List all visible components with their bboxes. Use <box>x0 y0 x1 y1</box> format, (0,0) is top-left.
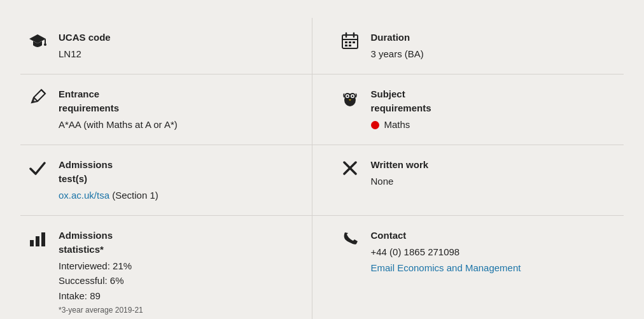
graduation-icon <box>25 31 50 53</box>
right-cell-2: Written workNone <box>312 145 624 215</box>
svg-rect-1 <box>45 39 46 44</box>
svg-rect-11 <box>349 45 351 46</box>
left-content-3: Admissions statistics*Interviewed: 21%Su… <box>59 229 143 315</box>
svg-rect-10 <box>345 45 347 46</box>
stat-line-2: Intake: 89 <box>59 289 143 304</box>
svg-rect-7 <box>345 41 347 43</box>
calendar-icon <box>338 31 362 52</box>
left-content-2: Admissions test(s)ox.ac.uk/tsa (Section … <box>59 158 158 202</box>
contact-phone: +44 (0) 1865 271098 <box>371 245 521 260</box>
right-content-0: Duration3 years (BA) <box>371 31 424 61</box>
left-cell-3: Admissions statistics*Interviewed: 21%Su… <box>20 216 312 319</box>
right-value-2: None <box>371 174 429 189</box>
email-link[interactable]: Email Economics and Management <box>371 261 521 276</box>
svg-rect-9 <box>353 41 355 43</box>
subject-dot <box>371 121 379 129</box>
left-label-3: Admissions statistics* <box>59 229 143 257</box>
bar-icon <box>25 229 50 250</box>
right-content-3: Contact+44 (0) 1865 271098Email Economic… <box>371 229 521 275</box>
left-value-0: LN12 <box>59 47 111 62</box>
svg-rect-22 <box>41 232 45 246</box>
svg-marker-0 <box>29 34 46 43</box>
right-label-1: Subject requirements <box>371 87 431 115</box>
right-cell-3: Contact+44 (0) 1865 271098Email Economic… <box>312 216 624 319</box>
left-content-0: UCAS codeLN12 <box>59 31 111 61</box>
svg-point-2 <box>44 43 46 46</box>
right-cell-0: Duration3 years (BA) <box>312 18 624 74</box>
stat-line-1: Successful: 6% <box>59 274 143 288</box>
right-cell-1: Subject requirementsMaths <box>312 74 624 145</box>
left-label-1: Entrance requirements <box>59 87 178 115</box>
left-content-1: Entrance requirementsA*AA (with Maths at… <box>59 87 178 132</box>
owl-icon <box>338 87 362 110</box>
info-row-0: UCAS codeLN12 Duration3 years (BA) <box>20 18 624 74</box>
x-icon <box>338 158 362 179</box>
left-value-2: ox.ac.uk/tsa (Section 1) <box>59 188 158 203</box>
left-label-2: Admissions test(s) <box>59 158 158 186</box>
right-content-1: Subject requirementsMaths <box>371 87 431 132</box>
right-label-0: Duration <box>371 31 424 45</box>
info-row-2: Admissions test(s)ox.ac.uk/tsa (Section … <box>20 145 624 215</box>
info-row-3: Admissions statistics*Interviewed: 21%Su… <box>20 215 624 319</box>
admissions-test-link[interactable]: ox.ac.uk/tsa <box>59 190 109 201</box>
info-row-1: Entrance requirementsA*AA (with Maths at… <box>20 74 624 145</box>
left-cell-0: UCAS codeLN12 <box>20 18 312 74</box>
left-cell-1: Entrance requirementsA*AA (with Maths at… <box>20 74 312 145</box>
svg-point-18 <box>351 96 353 97</box>
link-suffix: (Section 1) <box>109 190 158 201</box>
left-label-0: UCAS code <box>59 31 111 45</box>
right-value-0: 3 years (BA) <box>371 47 424 62</box>
right-label-2: Written work <box>371 158 429 172</box>
right-label-3: Contact <box>371 229 521 243</box>
subject-req-value: Maths <box>371 118 431 132</box>
course-info-card: UCAS codeLN12 Duration3 years (BA) Entra… <box>0 0 644 319</box>
left-cell-2: Admissions test(s)ox.ac.uk/tsa (Section … <box>20 145 312 215</box>
phone-icon <box>338 229 362 250</box>
stat-line-0: Interviewed: 21% <box>59 259 143 274</box>
pencil-icon <box>25 87 50 108</box>
check-icon <box>25 158 50 179</box>
right-content-2: Written workNone <box>371 158 429 188</box>
left-value-1: A*AA (with Maths at A or A*) <box>59 118 178 132</box>
subject-name: Maths <box>384 118 410 132</box>
svg-rect-20 <box>30 240 34 246</box>
svg-point-17 <box>346 96 348 97</box>
footnote: *3-year average 2019-21 <box>59 306 143 315</box>
svg-rect-21 <box>36 236 39 246</box>
svg-rect-8 <box>349 41 351 43</box>
